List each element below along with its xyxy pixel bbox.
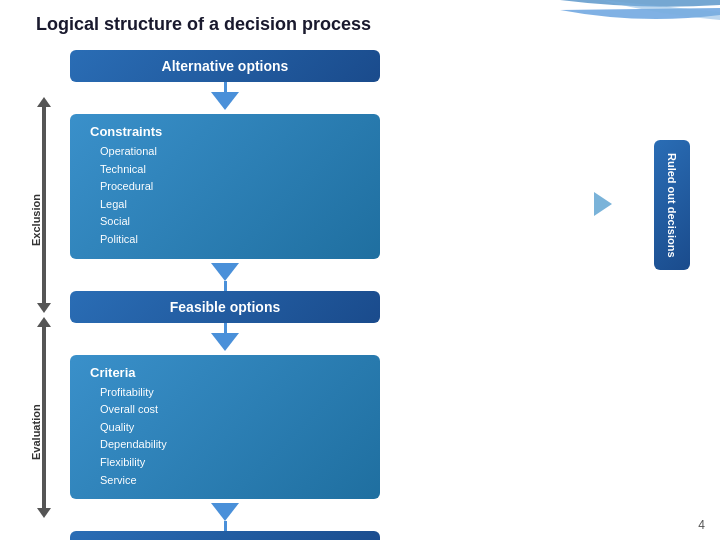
down-arrow-1 bbox=[211, 92, 239, 110]
list-item: Profitability bbox=[100, 384, 360, 402]
ruled-out-container: Ruled out decisions bbox=[654, 140, 690, 270]
down-arrow-4 bbox=[211, 503, 239, 521]
list-item: Quality bbox=[100, 419, 360, 437]
connector-1 bbox=[224, 82, 227, 92]
connector-4 bbox=[224, 521, 227, 531]
evaluation-label: Evaluation bbox=[30, 340, 42, 525]
down-arrow-3 bbox=[211, 333, 239, 351]
evaluation-arrow bbox=[42, 325, 46, 510]
flow-container: Alternative options Constraints Operatio… bbox=[70, 50, 380, 540]
list-item: Dependability bbox=[100, 436, 360, 454]
feasible-options-box: Feasible options bbox=[70, 291, 380, 323]
page-title: Logical structure of a decision process bbox=[36, 14, 371, 35]
list-item: Procedural bbox=[100, 178, 360, 196]
list-item: Legal bbox=[100, 196, 360, 214]
constraints-title: Constraints bbox=[90, 124, 360, 139]
list-item: Overall cost bbox=[100, 401, 360, 419]
criteria-list: Profitability Overall cost Quality Depen… bbox=[90, 384, 360, 490]
constraints-list: Operational Technical Procedural Legal S… bbox=[90, 143, 360, 249]
down-arrow-2 bbox=[211, 263, 239, 281]
list-item: Service bbox=[100, 472, 360, 490]
connector-2 bbox=[224, 281, 227, 291]
constraints-box: Constraints Operational Technical Proced… bbox=[70, 114, 380, 259]
criteria-box: Criteria Profitability Overall cost Qual… bbox=[70, 355, 380, 500]
decision-box: Decision bbox=[70, 531, 380, 540]
connector-3 bbox=[224, 323, 227, 333]
list-item: Social bbox=[100, 213, 360, 231]
list-item: Operational bbox=[100, 143, 360, 161]
exclusion-label: Exclusion bbox=[30, 125, 42, 315]
criteria-title: Criteria bbox=[90, 365, 360, 380]
side-arrow-icon bbox=[594, 192, 612, 216]
list-item: Political bbox=[100, 231, 360, 249]
main-content: Exclusion Evaluation Alternative options… bbox=[30, 45, 700, 520]
exclusion-arrow bbox=[42, 105, 46, 305]
page-number: 4 bbox=[698, 518, 705, 532]
top-decoration bbox=[560, 0, 720, 50]
side-arrow-container bbox=[594, 192, 612, 216]
list-item: Technical bbox=[100, 161, 360, 179]
ruled-out-box: Ruled out decisions bbox=[654, 140, 690, 270]
alternative-options-box: Alternative options bbox=[70, 50, 380, 82]
list-item: Flexibility bbox=[100, 454, 360, 472]
